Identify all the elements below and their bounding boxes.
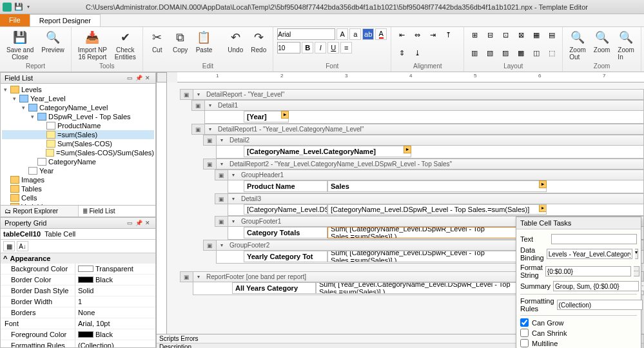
tab-file[interactable]: File [0,14,30,26]
prop-value-borders[interactable]: None [75,307,155,318]
rf-col1-cell[interactable]: All Years Category [232,282,316,294]
chevron-down-icon[interactable]: ▾ [209,102,215,108]
smart-tag-icon[interactable]: ▸ [404,146,411,153]
header-sales-cell[interactable]: Sales▸ [327,180,547,192]
layout-btn-8[interactable]: ▧ [483,46,496,59]
field-list-tree[interactable]: ▾Levels ▾Year_Level ▾CategoryName_Level … [0,84,156,206]
tree-node-dspwr[interactable]: DSpwR_Level - Top Sales [48,113,131,121]
band-detailreport3[interactable]: ▾DetailReport2 - "Year_Level.CategoryNam… [216,159,644,169]
ellipsis-button[interactable]: … [634,266,639,276]
panel-pin-icon[interactable]: 📌 [135,74,142,82]
tree-node-catname[interactable]: CategoryName [48,158,96,166]
smart-tag-icon[interactable]: ▸ [539,204,547,212]
qat-dropdown-icon[interactable]: ▾ [27,4,32,10]
gf1-col2-cell[interactable]: Sum( [CategoryName_Level.DSpwR_Level - T… [327,227,547,238]
panel-window-icon[interactable]: ▭ [126,74,133,82]
band-groupheader1[interactable]: ▾GroupHeader1 [228,169,644,180]
tree-node-tables[interactable]: Tables [21,185,42,193]
popup-binding-input[interactable] [547,249,632,259]
chevron-down-icon[interactable]: ▾ [197,92,204,97]
chevron-down-icon[interactable]: ▾ [220,161,227,167]
import-np16-button[interactable]: 📥Import NP 16 Report [75,28,110,62]
font-size-select[interactable] [277,42,300,53]
layout-btn-5[interactable]: ▦ [530,28,543,41]
chevron-down-icon[interactable]: ▾ [220,137,227,143]
band-handle[interactable]: ▣ [215,193,228,204]
layout-btn-11[interactable]: ◫ [530,46,543,59]
band-handle[interactable]: ▣ [215,216,228,227]
categoryname-cell[interactable]: [CategoryName_Level.CategoryName]▸ [244,146,411,157]
prop-category-appearance[interactable]: ^Appearance [1,253,155,264]
underline-button[interactable]: U [327,42,339,53]
band-handle[interactable]: ▣ [180,271,193,282]
highlight-button[interactable]: ab [362,28,374,40]
undo-button[interactable]: ↶Undo [225,28,246,55]
tree-node-images[interactable]: Images [21,176,44,184]
detail3-content[interactable]: [CategoryName_Level.DS [CategoryName_Lev… [228,204,644,216]
tree-expand-icon[interactable]: ▾ [2,86,8,93]
prop-value-font[interactable]: Arial, 10pt [75,318,155,329]
band-detail1[interactable]: ▾Detail1 [204,100,644,111]
band-handle[interactable]: ▣ [203,240,216,251]
groupheader1-content[interactable]: Product Name Sales▸ [228,180,644,193]
chevron-down-icon[interactable]: ▾ [232,172,239,178]
gf1-col1-cell[interactable]: Category Totals [244,227,327,238]
property-grid[interactable]: ^Appearance Background ColorTransparent … [1,253,155,347]
zoom-button[interactable]: 🔍Zoom [591,28,613,55]
prop-value-fgcolor[interactable]: Black [75,329,155,340]
copy-button[interactable]: ⧉Copy [170,28,191,55]
font-name-select[interactable] [277,28,335,40]
band-detailreport1[interactable]: ▾DetailReport - "Year_Level" [193,89,644,100]
detail3-col2-cell[interactable]: [CategoryName_Level.DSpwR_Level - Top Sa… [327,204,547,215]
tree-node-sumcos[interactable]: Sum(Sales-COS) [57,140,112,148]
layout-btn-6[interactable]: ▤ [545,28,558,41]
band-handle[interactable]: ▣ [191,100,204,111]
cut-button[interactable]: ✂Cut [147,28,168,55]
save-and-close-button[interactable]: 💾Save and Close [4,28,36,62]
header-productname-cell[interactable]: Product Name [244,180,327,192]
align-bottom-button[interactable]: ⤓ [411,46,424,59]
band-detailreport2[interactable]: ▾DetailReport1 - "Year_Level.CategoryNam… [204,124,644,135]
band-handle[interactable]: ▣ [180,89,193,100]
layout-btn-1[interactable]: ⊞ [468,28,481,41]
align-top-button[interactable]: ⤒ [442,28,454,41]
multiline-checkbox[interactable] [520,339,529,347]
font-grow-button[interactable]: A [337,28,348,40]
tree-node-sumsales[interactable]: =sum(Sales) [57,131,97,139]
tree-node-cells[interactable]: Cells [21,194,37,202]
layout-btn-2[interactable]: ⊟ [483,28,496,41]
tree-expand-icon[interactable]: ▾ [29,113,35,120]
prop-value-bdash[interactable]: Solid [75,285,155,296]
justify-button[interactable]: ≡ [340,42,352,53]
gf2-col1-cell[interactable]: Yearly Category Tot [244,251,327,262]
check-entities-button[interactable]: ✔Check Entities [112,28,139,62]
layout-btn-9[interactable]: ▨ [499,46,512,59]
italic-button[interactable]: I [315,42,326,53]
qat-save-icon[interactable]: 💾 [14,3,23,12]
zoom-out-button[interactable]: 🔍Zoom Out [567,28,589,62]
cangrow-checkbox[interactable] [520,318,529,327]
panel-window-icon[interactable]: ▭ [126,219,133,227]
prop-value-frules[interactable]: (Collection) [75,340,155,347]
font-shrink-button[interactable]: a [349,28,361,40]
detail2-content[interactable]: [CategoryName_Level.CategoryName]▸ [216,146,644,159]
tab-report-explorer[interactable]: 🗂Report Explorer [1,206,79,217]
tree-node-levels[interactable]: Levels [21,86,42,93]
tab-field-list[interactable]: ≣Field List [79,206,156,217]
tree-node-sumratio[interactable]: =Sum(Sales-COS)/Sum(Sales) [56,149,154,157]
property-object-selector[interactable]: tableCell10 Table Cell [1,229,155,240]
layout-btn-10[interactable]: ▩ [514,46,527,59]
tree-expand-icon[interactable]: ▾ [11,95,17,102]
band-handle[interactable]: ▣ [215,169,228,180]
dropdown-icon[interactable]: ▾ [635,249,638,259]
detail3-col1-cell[interactable]: [CategoryName_Level.DS [244,204,327,215]
prop-sort-button[interactable]: A↓ [17,241,28,251]
popup-format-input[interactable] [545,266,631,276]
prop-categorize-button[interactable]: ▦ [3,241,15,251]
panel-pin-icon[interactable]: 📌 [135,219,142,227]
band-handle[interactable]: ▣ [203,159,216,169]
panel-close-icon[interactable]: ✕ [144,219,151,227]
chevron-down-icon[interactable]: ▾ [232,218,239,224]
tree-expand-icon[interactable]: ▾ [20,104,26,111]
chevron-down-icon[interactable]: ▾ [209,126,215,132]
